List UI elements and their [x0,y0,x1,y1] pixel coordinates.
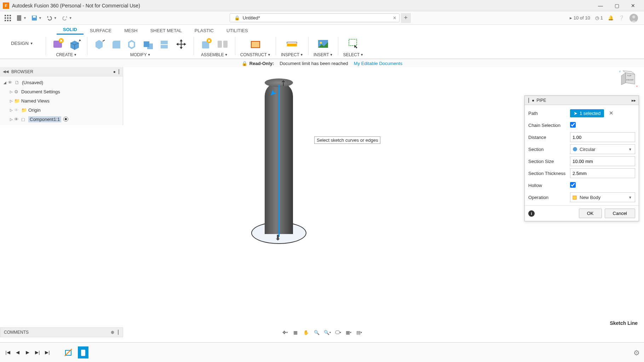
redo-dropdown-icon[interactable]: ▼ [69,16,72,20]
tab-mesh[interactable]: MESH [118,27,144,35]
dialog-header[interactable]: ⎮ ● PIPE ▸▸ [525,96,639,105]
browser-settings-icon[interactable]: ● [113,69,116,74]
browser-pin-icon[interactable]: ⎮ [118,69,120,74]
extension-status[interactable]: ◷1 [595,15,603,21]
timeline-step-sketch[interactable] [63,346,74,358]
job-status[interactable]: ▸10 of 10 [570,15,590,21]
collapse-icon[interactable]: ◀◀ [3,69,9,74]
new-component-icon[interactable] [199,37,214,52]
undo-icon[interactable] [45,13,54,23]
gear-icon[interactable]: ⚙ [14,89,21,94]
down-handle-icon[interactable]: ⬇ [275,233,281,243]
expand-triangle-icon[interactable]: ▷ [8,117,14,121]
tab-plastic[interactable]: PLASTIC [188,27,220,35]
timeline-play-icon[interactable]: ▶ [23,348,32,357]
maximize-button[interactable]: ▢ [609,0,625,11]
dialog-expand-icon[interactable]: ▸▸ [632,98,636,103]
align-icon[interactable] [157,37,172,52]
ribbon-group-label[interactable]: CREATE▼ [56,52,77,57]
app-grid-icon[interactable] [3,13,13,23]
ribbon-group-label[interactable]: SELECT▼ [343,52,364,57]
tab-sheet-metal[interactable]: SHEET METAL [144,27,188,35]
view-cube[interactable]: TOP FRONT z x [619,69,640,90]
fit-icon[interactable]: 🔍▾ [322,327,332,337]
lookat-icon[interactable]: ▦ [291,327,300,337]
ribbon-group-label[interactable]: INSPECT▼ [281,52,303,57]
tree-root[interactable]: ◢ 👁 🗋 (Unsaved) [0,78,123,87]
shell-icon[interactable] [125,37,140,52]
fillet-icon[interactable] [109,37,123,52]
construct-plane-icon[interactable] [248,37,263,52]
undo-dropdown-icon[interactable]: ▼ [54,16,57,20]
expand-triangle-icon[interactable]: ▷ [8,108,14,112]
tree-item-origin[interactable]: ▷ 👁 📁 Origin [0,105,123,115]
document-tab[interactable]: 🔒 Untitled* × [230,13,399,22]
cancel-button[interactable]: Cancel [605,209,635,218]
minimize-button[interactable]: — [592,0,609,11]
thickness-input[interactable] [570,168,635,178]
ribbon-group-label[interactable]: MODIFY▼ [130,52,151,57]
pan-icon[interactable]: ✋ [301,327,311,337]
redo-icon[interactable] [60,13,70,23]
expand-triangle-icon[interactable]: ▷ [8,99,14,103]
timeline-prev-icon[interactable]: ◀ [13,348,22,357]
file-dropdown-icon[interactable]: ▼ [23,16,27,20]
chain-checkbox[interactable] [570,122,576,128]
tab-utilities[interactable]: UTILITIES [220,27,254,35]
tab-solid[interactable]: SOLID [57,25,84,35]
joint-icon[interactable] [215,37,230,52]
press-pull-icon[interactable] [92,37,107,52]
orbit-icon[interactable]: ✥▾ [280,327,290,337]
settings-gear-icon[interactable]: ⚙ [633,349,640,357]
section-dropdown[interactable]: Circular ▼ [570,144,635,154]
grid-icon[interactable]: ▦▾ [344,327,353,337]
tree-item-component[interactable]: ▷ 👁 ◻ Component1:1 [0,115,123,124]
user-avatar[interactable] [629,13,638,23]
dialog-pin-icon[interactable]: ⎮ [528,98,530,103]
visibility-icon[interactable]: 👁 [8,80,15,85]
path-selection-pill[interactable]: ➤1 selected [570,109,604,117]
expand-triangle-icon[interactable]: ▷ [8,90,14,94]
timeline-end-icon[interactable]: ▶| [43,348,52,357]
workspace-switcher[interactable]: DESIGN▼ [4,37,40,50]
active-component-indicator[interactable] [63,117,68,122]
close-button[interactable]: ✕ [625,0,641,11]
distance-input[interactable] [570,132,635,142]
help-icon[interactable]: ❔ [619,15,624,21]
comments-pin-icon[interactable]: ⎮ [117,330,119,335]
timeline-start-icon[interactable]: |◀ [4,348,12,357]
measure-icon[interactable] [284,37,299,52]
display-icon[interactable]: 🖵▾ [333,327,343,337]
save-dropdown-icon[interactable]: ▼ [39,16,42,20]
visibility-hidden-icon[interactable]: 👁 [14,107,21,113]
ribbon-group-label[interactable]: INSERT▼ [314,52,333,57]
timeline-next-icon[interactable]: ▶| [33,348,42,357]
ribbon-group-label[interactable]: CONSTRUCT▼ [240,52,271,57]
tree-item-settings[interactable]: ▷ ⚙ Document Settings [0,87,123,96]
zoom-icon[interactable]: 🔍 [312,327,322,337]
tab-surface[interactable]: SURFACE [84,27,118,35]
visibility-icon[interactable]: 👁 [14,117,21,122]
new-tab-button[interactable]: + [401,13,411,23]
collapse-triangle-icon[interactable]: ◢ [2,81,8,84]
file-new-icon[interactable] [14,13,24,23]
hollow-checkbox[interactable] [570,182,576,188]
clear-selection-icon[interactable]: ✕ [609,110,614,116]
viewport[interactable]: ⬇ ↗2 ➤ Select sketch curves or edges TOP… [123,67,644,327]
combine-icon[interactable] [141,37,156,52]
ok-button[interactable]: OK [579,209,602,218]
select-icon[interactable] [346,37,361,52]
save-icon[interactable] [29,13,39,23]
comments-panel-header[interactable]: COMMENTS ⊕ ⎮ [0,327,123,337]
browser-header[interactable]: ◀◀ BROWSER ● ⎮ [0,67,123,76]
create-box-icon[interactable] [67,37,82,52]
insert-decal-icon[interactable] [316,37,330,52]
editable-docs-link[interactable]: My Editable Documents [354,61,402,66]
move-icon[interactable] [174,37,189,52]
size-input[interactable] [570,156,635,166]
ribbon-group-label[interactable]: ASSEMBLE▼ [201,52,228,57]
tree-item-views[interactable]: ▷ 📁 Named Views [0,96,123,105]
add-comment-icon[interactable]: ⊕ [111,330,114,335]
notification-bell-icon[interactable]: 🔔 [608,15,614,21]
create-sketch-icon[interactable] [51,37,66,52]
